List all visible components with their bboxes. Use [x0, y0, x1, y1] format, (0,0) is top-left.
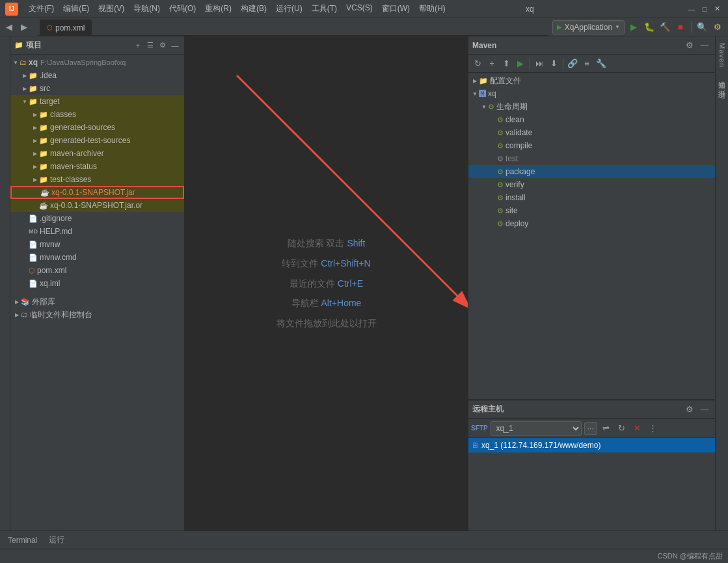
menu-help[interactable]: 帮助(H): [415, 2, 450, 16]
maven-download-button[interactable]: ⬇: [547, 57, 560, 70]
tree-jar-file[interactable]: ▶ ☕ xq-0.0.1-SNAPSHOT.jar: [10, 186, 184, 199]
remote-more-button[interactable]: ⋮: [647, 422, 660, 435]
tree-maven-status[interactable]: ▶ 📁 maven-status: [10, 160, 184, 173]
gradual-strip-label[interactable]: 渐进: [716, 81, 728, 90]
tree-xq-iml[interactable]: ▶ 📄 xq.iml: [10, 277, 184, 290]
menu-window[interactable]: 窗口(W): [378, 2, 414, 16]
menu-file[interactable]: 文件(F): [25, 2, 58, 16]
gen-test-sources-expand-icon[interactable]: ▶: [31, 137, 39, 144]
maven-settings-button[interactable]: ⚙: [683, 39, 696, 52]
back-button[interactable]: ◀: [3, 21, 16, 34]
tree-temp-files[interactable]: ▶ 🗂 临时文件和控制台: [10, 308, 184, 321]
maven-minimize-button[interactable]: —: [698, 39, 711, 52]
root-expand-icon[interactable]: ▼: [12, 59, 20, 66]
tree-gen-test-sources[interactable]: ▶ 📁 generated-test-sources: [10, 134, 184, 147]
temp-expand[interactable]: ▶: [13, 311, 21, 319]
menu-nav[interactable]: 导航(N): [129, 2, 164, 16]
tree-target[interactable]: ▼ 📁 target: [10, 95, 184, 108]
maximize-button[interactable]: □: [699, 4, 710, 14]
maven-refresh-button[interactable]: ↻: [471, 57, 484, 70]
maven-add-button[interactable]: +: [485, 57, 498, 70]
forward-button[interactable]: ▶: [18, 21, 31, 34]
menu-view[interactable]: 视图(V): [94, 2, 128, 16]
tree-idea[interactable]: ▶ 📁 .idea: [10, 69, 184, 82]
tree-mvnw[interactable]: ▶ 📄 mvnw: [10, 238, 184, 251]
maven-test[interactable]: ▶ ⚙ test: [468, 152, 715, 165]
maven-config-folder[interactable]: ▶ 📁 配置文件: [468, 74, 715, 87]
tree-gen-sources[interactable]: ▶ 📁 generated-sources: [10, 121, 184, 134]
remote-disconnect-button[interactable]: ✕: [631, 422, 644, 435]
remote-settings-button[interactable]: ⚙: [683, 403, 696, 416]
maven-run-button[interactable]: ▶: [514, 57, 527, 70]
tree-maven-archiver[interactable]: ▶ 📁 maven-archiver: [10, 147, 184, 160]
maven-install[interactable]: ▶ ⚙ install: [468, 191, 715, 204]
tree-gitignore[interactable]: ▶ 📄 .gitignore: [10, 212, 184, 225]
tree-root-xq[interactable]: ▼ 🗂 xq F:\Java\JavaSpringBoot\xq: [10, 56, 184, 69]
maven-package[interactable]: ▶ ⚙ package: [468, 165, 715, 178]
run-config-selector[interactable]: ▶ XqApplication ▼: [552, 20, 625, 34]
maven-strip-label[interactable]: Maven: [717, 39, 727, 72]
maven-archiver-expand-icon[interactable]: ▶: [31, 150, 39, 157]
run-tab[interactable]: 运行: [44, 533, 70, 547]
tree-jar-or-file[interactable]: ▶ ☕ xq-0.0.1-SNAPSHOT.jar.or: [10, 199, 184, 212]
maven-lifecycle[interactable]: ▼ ⚙ 生命周期: [468, 100, 715, 113]
debug-button[interactable]: 🐛: [643, 21, 656, 34]
lifecycle-expand-icon[interactable]: ▼: [480, 104, 488, 110]
gen-sources-expand-icon[interactable]: ▶: [31, 124, 39, 131]
maven-xq-project[interactable]: ▼ 🅼 xq: [468, 87, 715, 100]
menu-vcs[interactable]: VCS(S): [342, 2, 377, 16]
tree-external-libs[interactable]: ▶ 📚 外部库: [10, 295, 184, 308]
tree-src[interactable]: ▶ 📁 src: [10, 82, 184, 95]
menu-tools[interactable]: 工具(T): [308, 2, 341, 16]
remote-dropdown[interactable]: xq_1: [491, 421, 582, 436]
project-list-button[interactable]: ☰: [145, 40, 155, 51]
settings-button[interactable]: ⚙: [711, 21, 724, 34]
tree-classes[interactable]: ▶ 📁 classes: [10, 108, 184, 121]
test-classes-expand-icon[interactable]: ▶: [31, 176, 39, 183]
notification-strip-label[interactable]: 通知: [716, 72, 728, 81]
target-expand-icon[interactable]: ▼: [21, 98, 29, 105]
maven-compile[interactable]: ▶ ⚙ compile: [468, 139, 715, 152]
idea-expand-icon[interactable]: ▶: [21, 72, 29, 79]
terminal-tab[interactable]: Terminal: [3, 533, 42, 547]
maven-deploy[interactable]: ▶ ⚙ deploy: [468, 217, 715, 230]
maven-collapse-button[interactable]: ≡: [580, 57, 593, 70]
tree-test-classes[interactable]: ▶ 📁 test-classes: [10, 173, 184, 186]
project-close-button[interactable]: —: [170, 40, 180, 51]
remote-minimize-button[interactable]: —: [698, 403, 711, 416]
remote-sync-button[interactable]: ⇌: [600, 422, 613, 435]
maven-clean[interactable]: ▶ ⚙ clean: [468, 113, 715, 126]
build-button[interactable]: 🔨: [658, 21, 671, 34]
maven-up-button[interactable]: ⬆: [500, 57, 513, 70]
remote-xq1-item[interactable]: 🖥 xq_1 (112.74.169.171/www/demo): [468, 438, 715, 452]
stop-button[interactable]: ■: [674, 21, 687, 34]
src-expand-icon[interactable]: ▶: [21, 85, 29, 92]
menu-code[interactable]: 代码(O): [165, 2, 200, 16]
ext-libs-expand[interactable]: ▶: [13, 298, 21, 306]
maven-filter-button[interactable]: 🔧: [595, 57, 608, 70]
xq-expand-icon[interactable]: ▼: [471, 91, 479, 97]
project-settings-button[interactable]: ⚙: [157, 40, 168, 51]
maven-verify[interactable]: ▶ ⚙ verify: [468, 178, 715, 191]
tree-help-md[interactable]: ▶ MD HELP.md: [10, 225, 184, 238]
maven-skip-button[interactable]: ⏭: [533, 57, 546, 70]
menu-build[interactable]: 构建(B): [237, 2, 271, 16]
menu-refactor[interactable]: 重构(R): [201, 2, 236, 16]
tab-pom-xml[interactable]: ⬡ pom.xml: [40, 20, 92, 35]
project-add-button[interactable]: +: [133, 40, 143, 51]
remote-refresh-button[interactable]: ↻: [615, 422, 628, 435]
menu-edit[interactable]: 编辑(E): [59, 2, 93, 16]
config-expand-icon[interactable]: ▶: [471, 78, 479, 84]
maven-status-expand-icon[interactable]: ▶: [31, 163, 39, 170]
classes-expand-icon[interactable]: ▶: [31, 111, 39, 118]
search-everywhere-button[interactable]: 🔍: [695, 21, 708, 34]
tree-mvnw-cmd[interactable]: ▶ 📄 mvnw.cmd: [10, 251, 184, 264]
minimize-button[interactable]: —: [686, 4, 697, 14]
tree-pom-xml[interactable]: ▶ ⬡ pom.xml: [10, 264, 184, 277]
close-button[interactable]: ✕: [712, 4, 723, 14]
menu-run[interactable]: 运行(U): [272, 2, 306, 16]
maven-site[interactable]: ▶ ⚙ site: [468, 204, 715, 217]
remote-browse-button[interactable]: ···: [584, 422, 597, 435]
maven-link-button[interactable]: 🔗: [566, 57, 579, 70]
maven-validate[interactable]: ▶ ⚙ validate: [468, 126, 715, 139]
